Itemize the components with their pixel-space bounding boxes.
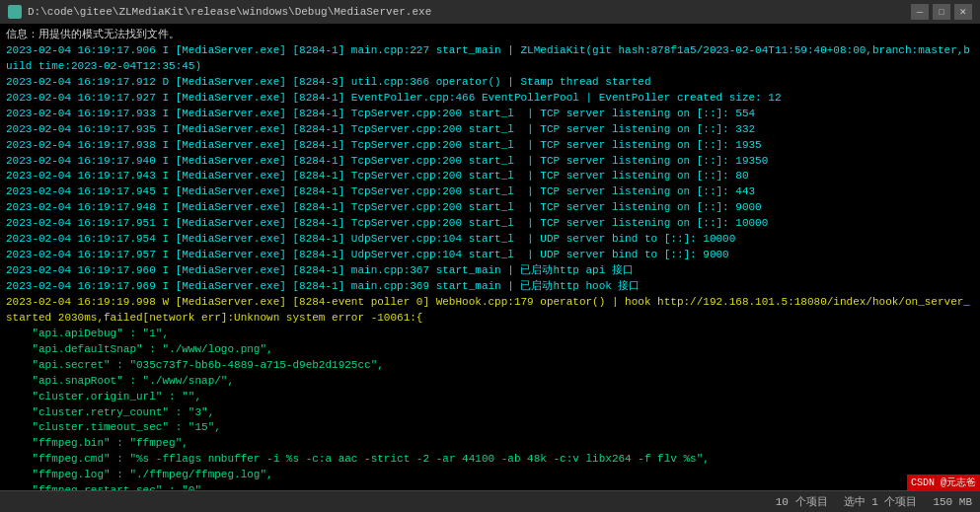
terminal-line: 2023-02-04 16:19:17.938 I [MediaServer.e… (6, 138, 974, 154)
terminal-line: "cluster.origin_url" : "", (6, 390, 974, 405)
terminal-line: 2023-02-04 16:19:17.957 I [MediaServer.e… (6, 248, 974, 263)
close-button[interactable]: ✕ (954, 4, 972, 20)
terminal-line: "api.defaultSnap" : "./www/logo.png", (6, 342, 974, 358)
terminal-line: "api.apiDebug" : "1", (6, 327, 974, 342)
size-info: 150 MB (933, 496, 972, 508)
terminal-line: 2023-02-04 16:19:17.935 I [MediaServer.e… (6, 122, 974, 138)
terminal-line: 2023-02-04 16:19:17.969 I [MediaServer.e… (6, 279, 974, 295)
terminal-line: 2023-02-04 16:19:17.906 I [MediaServer.e… (6, 43, 974, 75)
main-window: D:\code\gitee\ZLMediaKit\release\windows… (0, 0, 980, 512)
terminal-line: 2023-02-04 16:19:17.943 I [MediaServer.e… (6, 169, 974, 184)
terminal-output[interactable]: 信息：用提供的模式无法找到文件。2023-02-04 16:19:17.906 … (0, 24, 980, 490)
csdn-badge: CSDN @元志爸 (907, 475, 980, 490)
terminal-line: 2023-02-04 16:19:17.951 I [MediaServer.e… (6, 216, 974, 232)
terminal-line: 2023-02-04 16:19:17.927 I [MediaServer.e… (6, 91, 974, 107)
terminal-line: 2023-02-04 16:19:17.945 I [MediaServer.e… (6, 184, 974, 200)
terminal-line: 2023-02-04 16:19:17.954 I [MediaServer.e… (6, 232, 974, 248)
terminal-line: "api.snapRoot" : "./www/snap/", (6, 374, 974, 390)
titlebar: D:\code\gitee\ZLMediaKit\release\windows… (0, 0, 980, 24)
terminal-line: 2023-02-04 16:19:17.940 I [MediaServer.e… (6, 154, 974, 170)
terminal-line: "ffmpeg.cmd" : "%s -fflags nnbuffer -i %… (6, 452, 974, 468)
selected-count: 选中 1 个项目 (844, 494, 918, 509)
titlebar-controls: ─ □ ✕ (911, 4, 972, 20)
titlebar-title: D:\code\gitee\ZLMediaKit\release\windows… (28, 6, 911, 18)
terminal-line: 信息：用提供的模式无法找到文件。 (6, 28, 974, 43)
terminal-line: 2023-02-04 16:19:17.912 D [MediaServer.e… (6, 75, 974, 91)
maximize-button[interactable]: □ (933, 4, 950, 20)
minimize-button[interactable]: ─ (911, 4, 929, 20)
terminal-line: "api.secret" : "035c73f7-bb6b-4889-a715-… (6, 358, 974, 374)
terminal-line: 2023-02-04 16:19:17.933 I [MediaServer.e… (6, 107, 974, 122)
terminal-line: "ffmpeg.log" : "./ffmpeg/ffmpeg.log", (6, 468, 974, 483)
statusbar: 10 个项目 选中 1 个项目 150 MB (0, 490, 980, 512)
terminal-line: "ffmpeg.restart_sec" : "0", (6, 483, 974, 490)
terminal-line: 2023-02-04 16:19:17.960 I [MediaServer.e… (6, 263, 974, 279)
terminal-line: 2023-02-04 16:19:19.998 W [MediaServer.e… (6, 295, 974, 327)
app-icon (8, 5, 22, 19)
terminal-line: "ffmpeg.bin" : "ffmpeg", (6, 436, 974, 452)
terminal-line: 2023-02-04 16:19:17.948 I [MediaServer.e… (6, 200, 974, 216)
terminal-line: "cluster.retry_count" : "3", (6, 405, 974, 421)
items-count: 10 个项目 (776, 494, 828, 509)
terminal-line: "cluster.timeout_sec" : "15", (6, 420, 974, 436)
